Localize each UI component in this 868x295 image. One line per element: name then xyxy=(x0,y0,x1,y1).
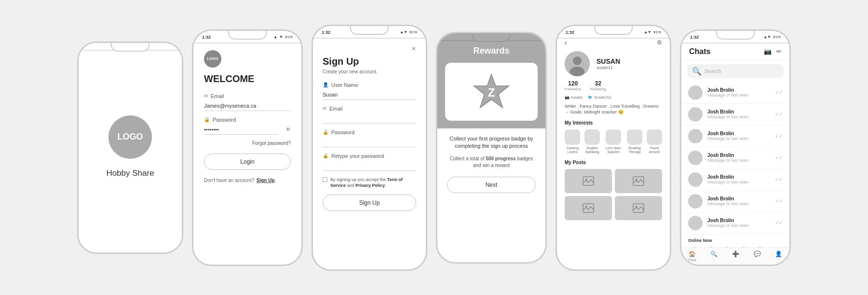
profile-nav-row: ‹ ⚙ xyxy=(565,39,662,46)
notch-cutout xyxy=(111,43,149,52)
email-label: ✉ Email xyxy=(204,93,291,99)
instagram-icon: 📷 xyxy=(565,95,570,99)
signal-icon-signup: ▲▼ xyxy=(400,30,407,34)
chat-item-4[interactable]: Josh Brolin Message or last seen ✓✓ xyxy=(681,147,789,169)
password-field-container: 🔒 Password 👁 xyxy=(204,117,291,135)
post-2[interactable] xyxy=(615,169,662,193)
rewards-title: Rewards xyxy=(445,46,538,56)
lock-icon-signup: 🔒 xyxy=(323,129,328,135)
close-button[interactable]: ✕ xyxy=(323,45,416,52)
password-input[interactable] xyxy=(204,125,278,135)
signal-icon-profile: ▲▼ xyxy=(644,30,651,34)
chat-name-2: Josh Brolin xyxy=(707,109,770,114)
profile-bio: Writer . Fancy Dancer . Love Travelling … xyxy=(565,103,662,115)
nav-icon-2[interactable]: 🔍 xyxy=(710,251,718,262)
nav-icon-3[interactable]: ➕ xyxy=(732,251,739,262)
signup-time: 1:32 xyxy=(322,30,330,35)
signup-button[interactable]: Sign Up xyxy=(323,195,416,211)
chat-check-3: ✓✓ xyxy=(775,133,783,139)
bottom-navigation: 🏠 Feed 🔍 ➕ 💬 👤 xyxy=(681,247,789,265)
chats-action-icons: 📷 ✏ xyxy=(764,48,782,55)
phone-chats: 1:32 ▲▼ 81% Chats 📷 ✏ 🔍 Search xyxy=(680,29,791,266)
chat-item-5[interactable]: Josh Brolin Message or last seen ✓✓ xyxy=(681,169,789,191)
interest-reading: Reading Therapy xyxy=(626,129,643,155)
chat-avatar-2 xyxy=(688,107,703,122)
battery-icon-profile: 81% xyxy=(653,30,661,34)
wifi-icon: ▼ xyxy=(279,35,283,39)
chat-avatar-5 xyxy=(688,172,703,187)
nav-icon-5[interactable]: 👤 xyxy=(775,251,782,262)
chat-item-1[interactable]: Josh Brolin Message or last seen ✓✓ xyxy=(681,82,789,104)
splash-inner: LOGO Hobby Share xyxy=(79,51,182,243)
email-field-container: ✉ Email xyxy=(204,93,291,111)
email-input[interactable] xyxy=(204,101,291,111)
following-stat: 32 Following xyxy=(590,80,606,91)
nav-icon-4[interactable]: 💬 xyxy=(754,251,761,262)
search-icon: 🔍 xyxy=(692,67,702,76)
post-1[interactable] xyxy=(565,169,612,193)
signup-password-input[interactable] xyxy=(323,137,416,147)
search-bar[interactable]: 🔍 Search xyxy=(687,64,784,78)
rewards-progress-text: Collect a total of 500 progress badges a… xyxy=(447,155,536,169)
interest-icon-cooking xyxy=(565,129,580,145)
chat-check-4: ✓✓ xyxy=(775,155,783,160)
chat-name-1: Josh Brolin xyxy=(707,87,770,93)
chat-info-4: Josh Brolin Message or last seen xyxy=(707,153,770,163)
chat-name-6: Josh Brolin xyxy=(707,196,770,201)
signup-email-input[interactable] xyxy=(323,113,416,124)
phone-profile: 1:32 ▲▼ 81% ‹ ⚙ SU xyxy=(556,25,671,271)
chat-item-3[interactable]: Josh Brolin Message or last seen ✓✓ xyxy=(681,126,789,147)
posts-grid xyxy=(565,169,662,220)
signup-inner: ✕ Sign Up Create your new account. 👤 Use… xyxy=(313,39,426,220)
interest-icon-reading xyxy=(627,129,642,145)
chat-preview-3: Message or last seen xyxy=(707,136,770,141)
compose-icon[interactable]: ✏ xyxy=(776,48,782,55)
terms-checkbox[interactable] xyxy=(323,177,327,182)
chat-check-7: ✓✓ xyxy=(775,220,783,225)
settings-icon[interactable]: ⚙ xyxy=(657,39,662,46)
following-label: Following xyxy=(590,87,606,91)
retype-input[interactable] xyxy=(323,161,416,171)
login-button[interactable]: Login xyxy=(204,154,291,170)
chat-list: Josh Brolin Message or last seen ✓✓ Josh… xyxy=(681,82,789,234)
privacy-link[interactable]: Privacy Policy xyxy=(355,183,385,188)
retype-field: 🔒 Retype your password xyxy=(323,153,416,171)
username-input[interactable] xyxy=(323,90,416,100)
interest-label-travel: Travel Around xyxy=(647,146,662,155)
chat-name-4: Josh Brolin xyxy=(707,153,770,158)
post-3[interactable] xyxy=(565,196,612,220)
login-logo: LOGO xyxy=(204,50,221,68)
chat-name-3: Josh Brolin xyxy=(707,131,770,136)
eye-icon[interactable]: 👁 xyxy=(285,126,291,132)
post-image-icon-1 xyxy=(583,176,594,186)
nav-feed[interactable]: 🏠 Feed xyxy=(689,251,696,262)
notch-profile: 1:32 ▲▼ 81% xyxy=(557,26,670,39)
chat-item-7[interactable]: Josh Brolin Message or last seen ✓✓ xyxy=(681,212,789,234)
next-button[interactable]: Next xyxy=(447,177,536,193)
terms-row: By signing up you accept the Term of Ser… xyxy=(323,177,416,189)
chat-item-6[interactable]: Josh Brolin Message or last seen ✓✓ xyxy=(681,191,789,212)
chat-item-2[interactable]: Josh Brolin Message or last seen ✓✓ xyxy=(681,104,789,126)
profile-inner: ‹ ⚙ SUSAN susan11 120 xyxy=(557,39,670,227)
chat-info-1: Josh Brolin Message or last seen xyxy=(707,87,770,98)
svg-text:Z: Z xyxy=(488,85,495,98)
interest-travel: Travel Around xyxy=(647,129,662,155)
profile-status-icons: ▲▼ 81% xyxy=(644,30,661,34)
chat-preview-6: Message or last seen xyxy=(707,201,770,206)
phone-login: 1:32 ▲ ▼ 81% LOGO WELCOME ✉ Email 🔒 xyxy=(192,29,303,266)
retype-label: 🔒 Retype your password xyxy=(323,153,416,159)
email-icon-signup: ✉ xyxy=(323,106,326,111)
followers-label: Followers xyxy=(565,87,581,91)
social-row: 📷 susanj 🐦 SusanJ11 xyxy=(565,95,662,99)
chat-preview-7: Message or last seen xyxy=(707,223,770,228)
chat-avatar-1 xyxy=(688,85,703,100)
signup-email-label: ✉ Email xyxy=(323,106,416,112)
forgot-password-link[interactable]: Forgot password? xyxy=(204,140,291,146)
camera-icon[interactable]: 📷 xyxy=(764,48,772,55)
notch-splash xyxy=(79,43,182,51)
back-icon[interactable]: ‹ xyxy=(565,39,567,46)
chats-title: Chats xyxy=(689,47,710,56)
notch-rewards xyxy=(437,33,545,41)
post-4[interactable] xyxy=(615,196,662,220)
signup-link[interactable]: Sign Up xyxy=(257,178,275,183)
